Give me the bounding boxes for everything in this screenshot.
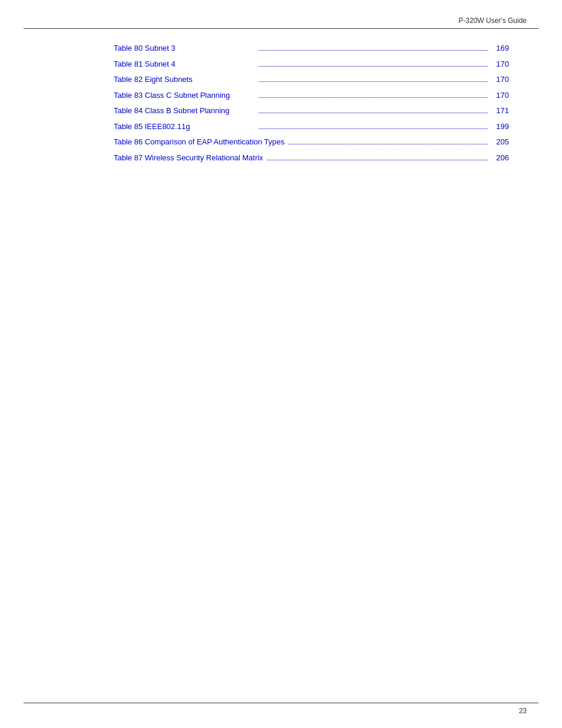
toc-link[interactable]: Table 85 IEEE802.11g bbox=[114, 121, 255, 133]
toc-dots bbox=[259, 81, 488, 82]
toc-entry: Table 80 Subnet 3169 bbox=[114, 42, 509, 54]
toc-dots bbox=[259, 66, 488, 67]
toc-entry: Table 87 Wireless Security Relational Ma… bbox=[114, 152, 509, 164]
toc-page-number: 170 bbox=[491, 58, 509, 70]
toc-page-number: 170 bbox=[491, 90, 509, 101]
page-container: P-320W User's Guide Table 80 Subnet 3169… bbox=[0, 0, 562, 728]
toc-link[interactable]: Table 80 Subnet 3 bbox=[114, 42, 255, 54]
toc-page-number: 205 bbox=[491, 136, 509, 148]
toc-entry: Table 84 Class B Subnet Planning171 bbox=[114, 105, 509, 117]
toc-dots bbox=[259, 97, 488, 98]
toc-dots bbox=[259, 129, 488, 129]
toc-entry: Table 83 Class C Subnet Planning170 bbox=[114, 90, 509, 101]
toc-dots bbox=[267, 160, 488, 160]
header-title: P-320W User's Guide bbox=[458, 17, 527, 25]
page-header: P-320W User's Guide bbox=[458, 17, 527, 25]
toc-dots bbox=[259, 113, 488, 113]
top-rule bbox=[24, 28, 538, 29]
toc-page-number: 206 bbox=[491, 152, 509, 164]
toc-entry: Table 81 Subnet 4170 bbox=[114, 58, 509, 70]
toc-dots bbox=[259, 50, 488, 51]
toc-link[interactable]: Table 86 Comparison of EAP Authenticatio… bbox=[114, 136, 285, 148]
toc-entry: Table 85 IEEE802.11g199 bbox=[114, 121, 509, 133]
toc-link[interactable]: Table 81 Subnet 4 bbox=[114, 58, 255, 70]
toc-link[interactable]: Table 87 Wireless Security Relational Ma… bbox=[114, 152, 263, 164]
toc-page-number: 199 bbox=[491, 121, 509, 133]
toc-link[interactable]: Table 82 Eight Subnets bbox=[114, 74, 255, 85]
bottom-rule bbox=[24, 703, 538, 703]
toc-entry: Table 82 Eight Subnets170 bbox=[114, 74, 509, 85]
toc-section: Table 80 Subnet 3169Table 81 Subnet 4170… bbox=[114, 42, 509, 167]
toc-page-number: 171 bbox=[491, 105, 509, 117]
toc-page-number: 169 bbox=[491, 42, 509, 54]
footer-page-number: 23 bbox=[519, 707, 527, 715]
toc-dots bbox=[288, 144, 488, 144]
toc-link[interactable]: Table 84 Class B Subnet Planning bbox=[114, 105, 255, 117]
toc-page-number: 170 bbox=[491, 74, 509, 85]
toc-link[interactable]: Table 83 Class C Subnet Planning bbox=[114, 90, 255, 101]
toc-entry: Table 86 Comparison of EAP Authenticatio… bbox=[114, 136, 509, 148]
